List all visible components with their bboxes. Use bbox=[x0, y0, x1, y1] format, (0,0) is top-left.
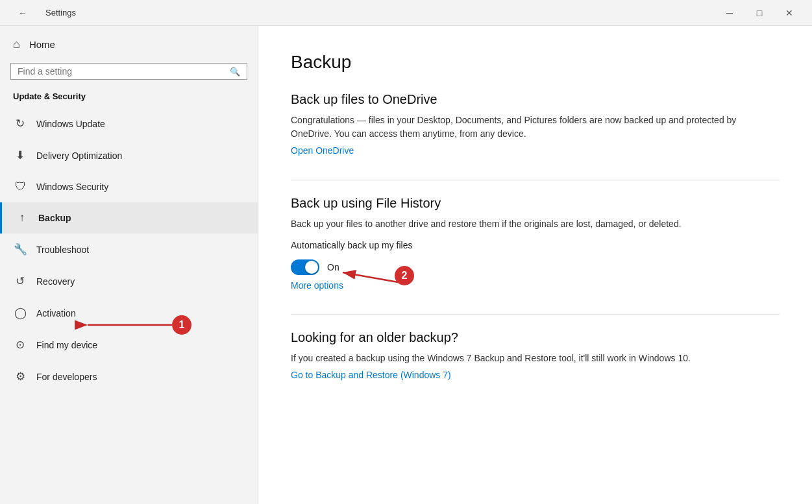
sidebar-item-label-backup: Backup bbox=[38, 213, 71, 223]
more-options-link[interactable]: More options bbox=[291, 280, 780, 291]
activation-icon: ◯ bbox=[13, 306, 27, 320]
sidebar-item-label-recovery: Recovery bbox=[36, 276, 75, 287]
maximize-button[interactable]: □ bbox=[744, 0, 774, 26]
for-developers-icon: ⚙ bbox=[13, 370, 27, 383]
open-onedrive-link[interactable]: Open OneDrive bbox=[291, 145, 354, 156]
sidebar-item-label-windows-update: Windows Update bbox=[36, 119, 105, 129]
minimize-button[interactable]: ─ bbox=[715, 0, 744, 26]
app-body: ⌂ Home 🔍 Update & Security ↻Windows Upda… bbox=[0, 26, 812, 504]
goto-backup-restore-link[interactable]: Go to Backup and Restore (Windows 7) bbox=[291, 370, 451, 380]
section-divider-1 bbox=[291, 180, 780, 180]
windows-update-icon: ↻ bbox=[13, 117, 27, 130]
auto-backup-toggle[interactable] bbox=[291, 259, 319, 275]
search-input[interactable] bbox=[18, 66, 230, 77]
file-history-desc: Back up your files to another drive and … bbox=[291, 217, 780, 231]
titlebar: ← Settings ─ □ ✕ bbox=[0, 0, 812, 26]
find-my-device-icon: ⊙ bbox=[13, 338, 27, 352]
sidebar: ⌂ Home 🔍 Update & Security ↻Windows Upda… bbox=[0, 26, 258, 504]
sidebar-item-troubleshoot[interactable]: 🔧Troubleshoot bbox=[0, 234, 258, 265]
sidebar-item-label-delivery-optimization: Delivery Optimization bbox=[36, 150, 122, 161]
auto-backup-label: Automatically back up my files bbox=[291, 240, 413, 250]
home-icon: ⌂ bbox=[13, 38, 20, 51]
onedrive-section-title: Back up files to OneDrive bbox=[291, 92, 780, 107]
file-history-title: Back up using File History bbox=[291, 196, 780, 211]
recovery-icon: ↺ bbox=[13, 274, 27, 288]
sidebar-section-title: Update & Security bbox=[0, 88, 258, 108]
auto-backup-toggle-row: Automatically back up my files bbox=[291, 240, 780, 250]
sidebar-item-backup[interactable]: ↑Backup bbox=[0, 202, 258, 234]
older-backup-section: Looking for an older backup? If you crea… bbox=[291, 330, 780, 381]
annotation-badge-2: 2 bbox=[395, 266, 414, 285]
toggle-state-label: On bbox=[327, 262, 339, 272]
onedrive-section: Back up files to OneDrive Congratulation… bbox=[291, 92, 780, 156]
main-content: Backup Back up files to OneDrive Congrat… bbox=[258, 26, 812, 504]
sidebar-item-label-activation: Activation bbox=[36, 308, 76, 318]
sidebar-items-list: ↻Windows Update⬇Delivery Optimization🛡Wi… bbox=[0, 108, 258, 392]
sidebar-item-windows-security[interactable]: 🛡Windows Security bbox=[0, 171, 258, 202]
search-icon: 🔍 bbox=[230, 67, 240, 77]
troubleshoot-icon: 🔧 bbox=[13, 243, 27, 256]
toggle-state-row: On 2 bbox=[291, 259, 780, 275]
sidebar-item-label-for-developers: For developers bbox=[36, 372, 97, 382]
close-button[interactable]: ✕ bbox=[774, 0, 804, 26]
sidebar-item-windows-update[interactable]: ↻Windows Update bbox=[0, 108, 258, 139]
sidebar-item-recovery[interactable]: ↺Recovery bbox=[0, 265, 258, 297]
sidebar-item-label-troubleshoot: Troubleshoot bbox=[36, 245, 89, 255]
section-divider-2 bbox=[291, 314, 780, 315]
sidebar-item-delivery-optimization[interactable]: ⬇Delivery Optimization bbox=[0, 139, 258, 171]
onedrive-section-desc: Congratulations — files in your Desktop,… bbox=[291, 114, 780, 141]
toggle-thumb bbox=[305, 261, 318, 274]
sidebar-item-label-windows-security: Windows Security bbox=[36, 182, 108, 192]
sidebar-home-label: Home bbox=[29, 39, 55, 50]
search-box-container: 🔍 bbox=[10, 63, 247, 80]
sidebar-item-find-my-device[interactable]: ⊙Find my device bbox=[0, 329, 258, 361]
page-title: Backup bbox=[291, 52, 780, 73]
back-button[interactable]: ← bbox=[8, 0, 38, 26]
delivery-optimization-icon: ⬇ bbox=[13, 149, 27, 162]
titlebar-left: ← Settings bbox=[8, 0, 76, 26]
app-title: Settings bbox=[45, 8, 76, 18]
sidebar-home[interactable]: ⌂ Home bbox=[0, 26, 258, 60]
windows-security-icon: 🛡 bbox=[13, 180, 27, 193]
sidebar-item-label-find-my-device: Find my device bbox=[36, 340, 97, 350]
sidebar-item-for-developers[interactable]: ⚙For developers bbox=[0, 361, 258, 392]
window-controls: ─ □ ✕ bbox=[715, 0, 804, 26]
older-backup-desc: If you created a backup using the Window… bbox=[291, 352, 780, 365]
older-backup-title: Looking for an older backup? bbox=[291, 330, 780, 345]
backup-icon: ↑ bbox=[15, 211, 29, 224]
file-history-section: Back up using File History Back up your … bbox=[291, 196, 780, 291]
sidebar-item-activation[interactable]: ◯Activation bbox=[0, 297, 258, 329]
